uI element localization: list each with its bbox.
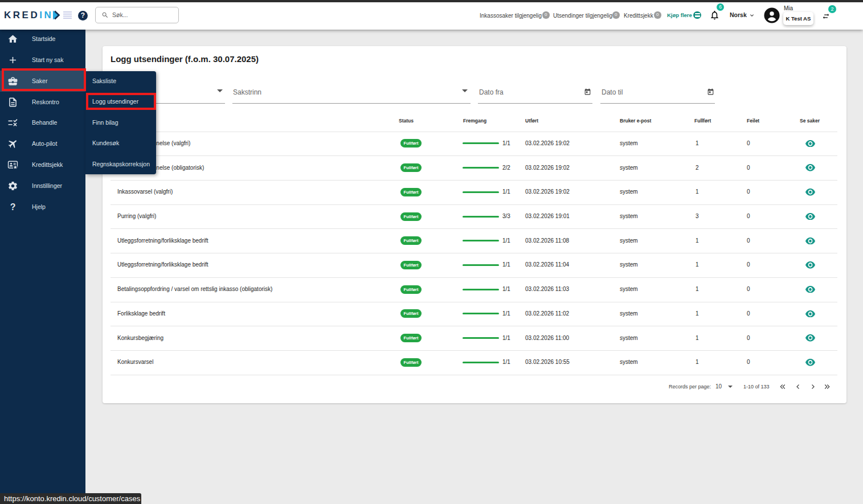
svg-text:?: ? [10, 202, 16, 212]
